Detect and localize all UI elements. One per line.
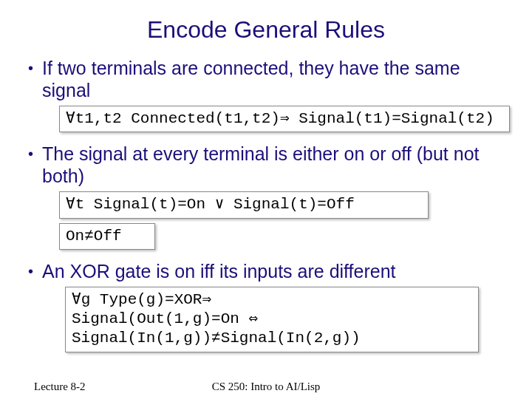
bullet-text: The signal at every terminal is either o… [42,143,510,187]
formula-box: ∀g Type(g)=XOR⇒ Signal(Out(1,g)=On ⇔ Sig… [65,287,479,352]
bullet-text: An XOR gate is on iff its inputs are dif… [42,260,510,282]
formula-box: ∀t Signal(t)=On ∨ Signal(t)=Off [59,191,429,218]
footer-left: Lecture 8-2 [0,381,86,393]
formula-box: On≠Off [59,223,155,250]
slide: Encode General Rules • If two terminals … [0,0,532,399]
bullet-item: • The signal at every terminal is either… [22,143,510,187]
slide-footer: Lecture 8-2 CS 250: Intro to AI/Lisp [0,381,532,393]
formula-box: ∀t1,t2 Connected(t1,t2)⇒ Signal(t1)=Sign… [59,106,510,132]
footer-center: CS 250: Intro to AI/Lisp [212,381,321,393]
bullet-item: • An XOR gate is on iff its inputs are d… [22,260,510,282]
bullet-item: • If two terminals are connected, they h… [22,57,510,101]
bullet-text: If two terminals are connected, they hav… [42,57,510,101]
bullet-dot-icon: • [28,143,33,165]
bullet-dot-icon: • [28,57,33,79]
slide-title: Encode General Rules [22,16,510,44]
bullet-dot-icon: • [28,260,33,282]
